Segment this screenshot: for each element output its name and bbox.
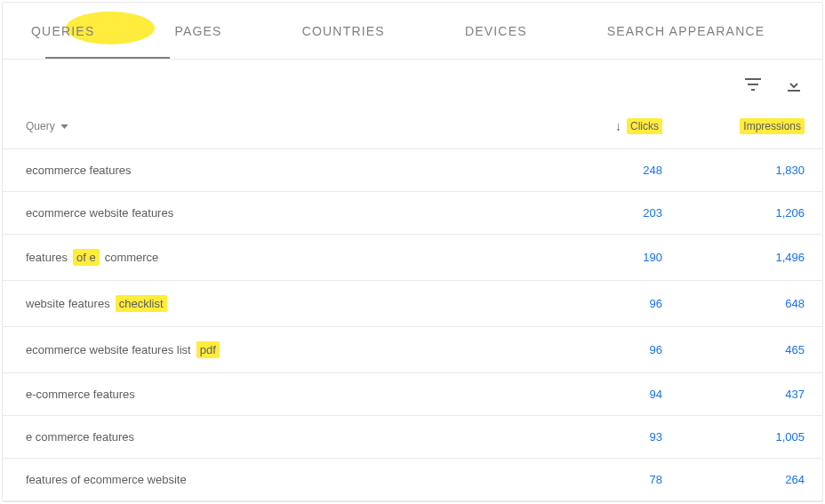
impressions-cell: 1,830 — [662, 164, 805, 177]
active-tab-underline — [45, 57, 170, 59]
impressions-cell: 648 — [662, 297, 805, 310]
tab-pages[interactable]: PAGES — [174, 3, 221, 60]
table-row[interactable]: ecommerce website features2031,206 — [3, 192, 822, 235]
tab-search-appearance-label: SEARCH APPEARANCE — [607, 24, 765, 38]
impressions-cell: 1,206 — [662, 206, 805, 220]
table-row[interactable]: features of ecommerce website78264 — [3, 459, 822, 501]
tab-countries[interactable]: COUNTRIES — [302, 3, 385, 60]
clicks-cell: 94 — [529, 388, 662, 401]
query-cell: ecommerce website features — [26, 206, 529, 220]
clicks-cell: 248 — [529, 164, 662, 177]
table-row[interactable]: e-commerce features94437 — [3, 373, 822, 416]
filter-icon[interactable] — [742, 74, 764, 95]
clicks-cell: 190 — [529, 251, 662, 264]
highlight-mark: of e — [73, 249, 100, 266]
download-icon[interactable] — [783, 74, 805, 95]
query-cell: e commerce features — [26, 430, 529, 444]
tab-countries-label: COUNTRIES — [302, 24, 385, 38]
column-header-query[interactable]: Query — [26, 120, 529, 132]
table-row[interactable]: ecommerce features2481,830 — [3, 149, 822, 192]
query-cell: ecommerce website features list pdf — [26, 341, 529, 358]
table-toolbar — [3, 67, 822, 102]
clicks-cell: 203 — [529, 206, 662, 220]
query-text-pre: ecommerce website features list — [26, 343, 191, 356]
performance-panel: QUERIES PAGES COUNTRIES DEVICES SEARCH A… — [2, 2, 823, 502]
query-cell: e-commerce features — [26, 388, 529, 401]
impressions-cell: 264 — [662, 473, 805, 486]
table-header: Query ↓ Clicks Impressions — [3, 102, 822, 149]
column-header-clicks-label: Clicks — [627, 118, 662, 134]
tab-devices[interactable]: DEVICES — [465, 3, 527, 60]
highlight-mark: checklist — [116, 295, 167, 312]
tab-queries[interactable]: QUERIES — [31, 3, 94, 60]
dimension-tabs: QUERIES PAGES COUNTRIES DEVICES SEARCH A… — [3, 3, 822, 60]
table-row[interactable]: e commerce features931,005 — [3, 416, 822, 459]
tab-pages-label: PAGES — [174, 24, 221, 38]
highlight-mark: pdf — [196, 341, 220, 358]
column-header-clicks[interactable]: ↓ Clicks — [529, 118, 662, 134]
tab-devices-label: DEVICES — [465, 24, 527, 38]
query-text-pre: features — [26, 251, 68, 264]
impressions-cell: 437 — [662, 388, 805, 401]
impressions-cell: 1,005 — [662, 430, 805, 444]
column-header-query-label: Query — [26, 120, 55, 132]
query-text-post: commerce — [105, 251, 159, 264]
query-cell: features of ecommerce website — [26, 473, 529, 486]
query-text-pre: website features — [26, 297, 110, 310]
table-body: ecommerce features2481,830ecommerce webs… — [3, 149, 822, 501]
table-row[interactable]: website features checklist96648 — [3, 281, 822, 327]
tab-search-appearance[interactable]: SEARCH APPEARANCE — [607, 3, 765, 60]
clicks-cell: 78 — [529, 473, 662, 486]
clicks-cell: 96 — [529, 343, 662, 356]
query-cell: ecommerce features — [26, 164, 529, 177]
sort-descending-icon: ↓ — [615, 119, 621, 133]
table-row[interactable]: features of ecommerce1901,496 — [3, 235, 822, 281]
clicks-cell: 93 — [529, 430, 662, 444]
table-row[interactable]: ecommerce website features list pdf96465 — [3, 327, 822, 373]
column-header-impressions[interactable]: Impressions — [662, 120, 805, 132]
chevron-down-icon — [60, 124, 68, 129]
query-cell: website features checklist — [26, 295, 529, 312]
impressions-cell: 1,496 — [662, 251, 805, 264]
clicks-cell: 96 — [529, 297, 662, 310]
impressions-cell: 465 — [662, 343, 805, 356]
column-header-impressions-label: Impressions — [740, 118, 805, 134]
tab-queries-label: QUERIES — [31, 24, 94, 38]
query-cell: features of ecommerce — [26, 249, 529, 266]
